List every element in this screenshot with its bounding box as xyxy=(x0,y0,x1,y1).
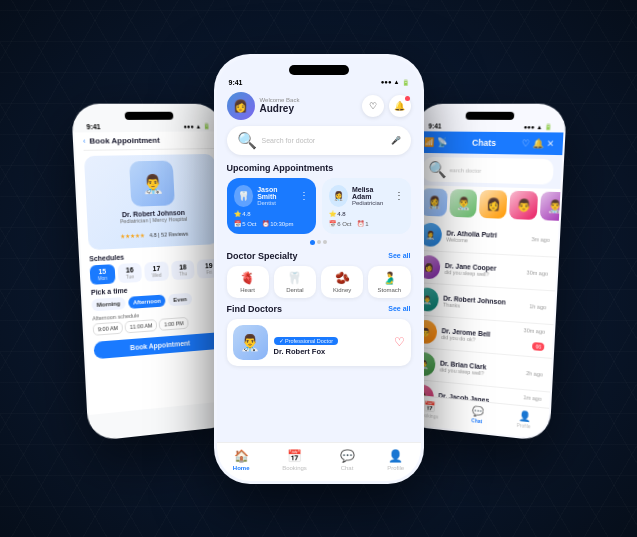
evening-btn[interactable]: Even xyxy=(168,292,192,305)
chat-info-2: Dr. Jane Cooper did you sleep well? xyxy=(444,261,522,278)
appt-rating-1: ⭐ 4.8 xyxy=(234,210,309,217)
find-see-all[interactable]: See all xyxy=(388,305,410,312)
strip-avatar-3[interactable]: 👩 xyxy=(478,189,507,218)
slot-3[interactable]: 1:00 PM xyxy=(158,316,188,330)
phones-container: 9:41 ●●● ▲ 🔋 ‹ Book Appointment 👨‍⚕️ Dr.… xyxy=(79,54,559,484)
appt-avatar-2: 👩‍⚕️ xyxy=(329,185,348,207)
schedule-day-4[interactable]: 18 Thu xyxy=(170,260,194,280)
specialty-grid: 🫀 Heart 🦷 Dental 🫘 Kidney 🫃 Stomach xyxy=(227,266,411,298)
chat-info-1: Dr. Atholia Putri Welcome xyxy=(446,229,527,245)
phone-center: 9:41 ●●● ▲ 🔋 👩 Welcome Back Audrey xyxy=(214,54,424,484)
stomach-label: Stomach xyxy=(371,287,407,293)
afternoon-btn[interactable]: Afternoon xyxy=(127,294,165,308)
right-time: 9:41 xyxy=(428,122,441,129)
doctor-find-card[interactable]: 👨‍⚕️ ✓ Professional Doctor Dr. Robert Fo… xyxy=(227,319,411,366)
appt-time-1: ⏰ 10:30pm xyxy=(262,220,294,227)
appt-rating-2: ⭐ 4.8 xyxy=(329,210,404,217)
search-bar[interactable]: 🔍 Search for doctor 🎤 xyxy=(227,126,411,155)
right-icon-1: 📶 xyxy=(423,137,434,147)
user-avatar: 👩 xyxy=(227,92,255,120)
appointment-card-2[interactable]: 👩‍⚕️ Melisa Adam Pediatrician ⋮ ⭐ 4.8 📅 … xyxy=(322,178,411,234)
appointment-card-1[interactable]: 🦷 Jason Smith Dentist ⋮ ⭐ 4.8 📅 5 Oct ⏰ … xyxy=(227,178,316,234)
right-header-icons-left: 📶 📡 xyxy=(423,137,447,147)
appointments-row: 🦷 Jason Smith Dentist ⋮ ⭐ 4.8 📅 5 Oct ⏰ … xyxy=(227,178,411,234)
chat-search-area: 🔍 earch doctor xyxy=(414,152,562,188)
home-icon: 🏠 xyxy=(234,449,249,463)
specialty-dental[interactable]: 🦷 Dental xyxy=(274,266,316,298)
right-screen: 📶 📡 Chats ♡ 🔔 ✕ 🔍 earch doctor 👩‍⚕️ xyxy=(403,131,563,415)
specialty-stomach[interactable]: 🫃 Stomach xyxy=(368,266,410,298)
chat-search-input[interactable]: earch doctor xyxy=(449,166,481,173)
right-icon-2: 📡 xyxy=(436,137,447,147)
nav-profile[interactable]: 👤 Profile xyxy=(387,449,404,471)
right-nav-chat[interactable]: 💬 Chat xyxy=(470,405,482,424)
specialty-kidney[interactable]: 🫘 Kidney xyxy=(321,266,363,298)
phone-right: 9:41 ●●● ▲ 🔋 📶 📡 Chats ♡ 🔔 ✕ xyxy=(400,103,566,441)
appt-more-2[interactable]: ⋮ xyxy=(394,190,404,201)
schedule-day-1[interactable]: 15 Mon xyxy=(89,264,115,285)
doctor-find-info: ✓ Professional Doctor Dr. Robert Fox xyxy=(274,329,339,356)
center-time: 9:41 xyxy=(229,79,243,86)
strip-avatar-4[interactable]: 👨 xyxy=(508,190,537,219)
find-doctors-header: Find Doctors See all xyxy=(227,304,411,314)
slot-1[interactable]: 9:00 AM xyxy=(92,321,123,335)
chat-info-5: Dr. Brian Clark did you sleep well? xyxy=(439,359,521,379)
upcoming-title: Upcoming Appointments xyxy=(227,163,334,173)
left-header: ‹ Book Appointment xyxy=(82,131,214,151)
professional-badge: ✓ Professional Doctor xyxy=(274,337,339,345)
specialty-see-all[interactable]: See all xyxy=(388,252,410,259)
close-icon[interactable]: ✕ xyxy=(546,138,555,148)
nav-home[interactable]: 🏠 Home xyxy=(233,449,250,471)
center-header: 👩 Welcome Back Audrey ♡ 🔔 xyxy=(227,88,411,126)
heart-label: Heart xyxy=(230,287,266,293)
slot-2[interactable]: 11:00 AM xyxy=(124,319,157,333)
appt-name-2: Melisa Adam xyxy=(352,186,390,200)
center-status-icons: ●●● ▲ 🔋 xyxy=(381,79,409,86)
search-input[interactable]: Search for doctor xyxy=(262,137,386,144)
chat-label: Chat xyxy=(341,465,354,471)
dental-icon: 🦷 xyxy=(277,271,313,285)
right-header-icons-right: ♡ 🔔 ✕ xyxy=(521,138,555,149)
appt-info-1: Jason Smith Dentist xyxy=(257,186,294,206)
appt-date-2: 📅 6 Oct xyxy=(329,220,352,227)
chat-meta-4: 30m ago 66 xyxy=(522,327,545,353)
appt-spec-1: Dentist xyxy=(257,200,294,206)
nav-bookings[interactable]: 📅 Bookings xyxy=(282,449,307,471)
favorite-button[interactable]: ♡ xyxy=(394,335,405,349)
book-appointment-button[interactable]: Book Appointment xyxy=(93,331,224,358)
chat-search-bar[interactable]: 🔍 earch doctor xyxy=(421,156,553,184)
strip-avatar-1[interactable]: 👩‍⚕️ xyxy=(420,188,448,216)
heart-icon-right[interactable]: ♡ xyxy=(521,138,529,148)
chat-info-3: Dr. Robert Johnson Thanks xyxy=(442,294,524,312)
kidney-label: Kidney xyxy=(324,287,360,293)
schedule-day-3[interactable]: 17 Wed xyxy=(144,261,169,281)
doctor-card: 👨‍⚕️ Dr. Robert Johnson Pediatrician | M… xyxy=(83,153,218,249)
chat-time-1: 3m ago xyxy=(531,236,550,243)
appt-more-1[interactable]: ⋮ xyxy=(299,190,309,201)
kidney-icon: 🫘 xyxy=(324,271,360,285)
dot-1 xyxy=(310,240,315,245)
phone-left: 9:41 ●●● ▲ 🔋 ‹ Book Appointment 👨‍⚕️ Dr.… xyxy=(71,103,237,441)
right-header: 📶 📡 Chats ♡ 🔔 ✕ xyxy=(415,131,562,155)
right-notch xyxy=(465,111,514,119)
strip-avatar-2[interactable]: 👨‍⚕️ xyxy=(449,189,477,218)
appt-doc-row-2: 👩‍⚕️ Melisa Adam Pediatrician ⋮ xyxy=(329,185,404,207)
notification-button[interactable]: 🔔 xyxy=(389,95,411,117)
nav-chat[interactable]: 💬 Chat xyxy=(340,449,355,471)
doctor-find-avatar: 👨‍⚕️ xyxy=(233,325,268,360)
home-label: Home xyxy=(233,465,250,471)
chat-time-3: 1h ago xyxy=(529,303,546,310)
center-status-bar: 9:41 ●●● ▲ 🔋 xyxy=(217,79,421,88)
appt-name-1: Jason Smith xyxy=(257,186,294,200)
specialty-heart[interactable]: 🫀 Heart xyxy=(227,266,269,298)
user-text: Welcome Back Audrey xyxy=(260,97,300,114)
strip-avatar-5[interactable]: 👨‍⚕️ xyxy=(539,191,560,221)
schedule-day-2[interactable]: 16 Tue xyxy=(117,262,142,282)
morning-btn[interactable]: Morning xyxy=(91,297,125,311)
specialty-header: Doctor Specialty See all xyxy=(227,251,411,261)
right-nav-profile[interactable]: 👤 Profile xyxy=(516,409,531,429)
heart-icon-button[interactable]: ♡ xyxy=(362,95,384,117)
bell-icon-right[interactable]: 🔔 xyxy=(532,138,544,148)
mic-icon[interactable]: 🎤 xyxy=(391,136,401,145)
back-button[interactable]: ‹ xyxy=(82,137,85,144)
